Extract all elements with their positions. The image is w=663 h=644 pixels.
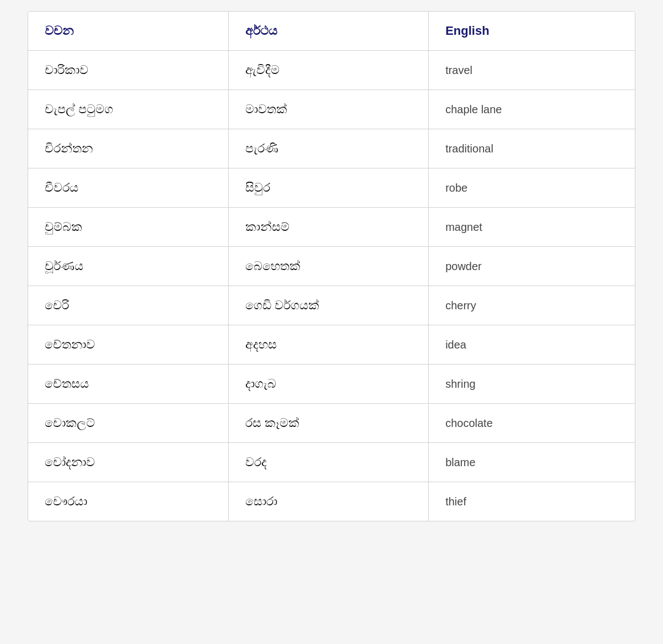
cell-english: cherry [429,286,635,325]
header-col2: අර්ථය [228,12,428,51]
cell-meaning: බෙහෙතක් [228,247,428,286]
table-header-row: වචන අර්ථය English [28,12,635,51]
cell-sinhala: චොකලට් [28,404,228,443]
cell-english: chocolate [429,404,635,443]
table-row: චෞරයාසොරාthief [28,482,635,521]
cell-meaning: රස කෑමක් [228,404,428,443]
cell-sinhala: චූර්ණය [28,247,228,286]
cell-english: powder [429,247,635,286]
cell-english: magnet [429,208,635,247]
cell-meaning: සිවුර [228,168,428,208]
table-row: චෝදනාවවරදblame [28,443,635,482]
cell-meaning: කාන්සම් [228,208,428,247]
table-row: චෙරිගෙඩි වර්ගයක්cherry [28,286,635,325]
cell-meaning: සොරා [228,482,428,521]
cell-sinhala: චෝදනාව [28,443,228,482]
cell-english: thief [429,482,635,521]
table-row: චීවරයසිවුරrobe [28,168,635,208]
header-col1: වචන [28,12,228,51]
cell-english: blame [429,443,635,482]
cell-sinhala: චේතසය [28,365,228,404]
cell-sinhala: චාරිකාව [28,51,228,90]
table-row: චේතනාවඅදහසidea [28,325,635,365]
table-row: චුම්බකකාන්සම්magnet [28,208,635,247]
table-row: චොකලට්රස කෑමක්chocolate [28,404,635,443]
cell-sinhala: චුම්බක [28,208,228,247]
cell-meaning: දාගැබ [228,365,428,404]
cell-sinhala: චේතනාව [28,325,228,365]
cell-english: idea [429,325,635,365]
cell-english: robe [429,168,635,208]
cell-meaning: ඇවිදීම [228,51,428,90]
cell-english: traditional [429,129,635,168]
cell-english: chaple lane [429,90,635,129]
cell-english: shring [429,365,635,404]
cell-sinhala: චිරන්තන [28,129,228,168]
cell-sinhala: චෞරයා [28,482,228,521]
cell-meaning: ගෙඩි වර්ගයක් [228,286,428,325]
cell-meaning: මාවතක් [228,90,428,129]
table-row: චැපල් පටුමගමාවතක්chaple lane [28,90,635,129]
cell-sinhala: චැපල් පටුමග [28,90,228,129]
vocabulary-table: වචන අර්ථය English චාරිකාවඇවිදීමtravelචැප… [28,12,635,521]
cell-meaning: අදහස [228,325,428,365]
table-row: චූර්ණයබෙහෙතක්powder [28,247,635,286]
table-row: චාරිකාවඇවිදීමtravel [28,51,635,90]
cell-sinhala: චීවරය [28,168,228,208]
cell-sinhala: චෙරි [28,286,228,325]
cell-meaning: වරද [228,443,428,482]
cell-english: travel [429,51,635,90]
cell-meaning: පැරණි [228,129,428,168]
header-col3: English [429,12,635,51]
main-table-container: වචන අර්ථය English චාරිකාවඇවිදීමtravelචැප… [28,11,635,521]
table-row: චිරන්තනපැරණිtraditional [28,129,635,168]
table-row: චේතසයදාගැබshring [28,365,635,404]
